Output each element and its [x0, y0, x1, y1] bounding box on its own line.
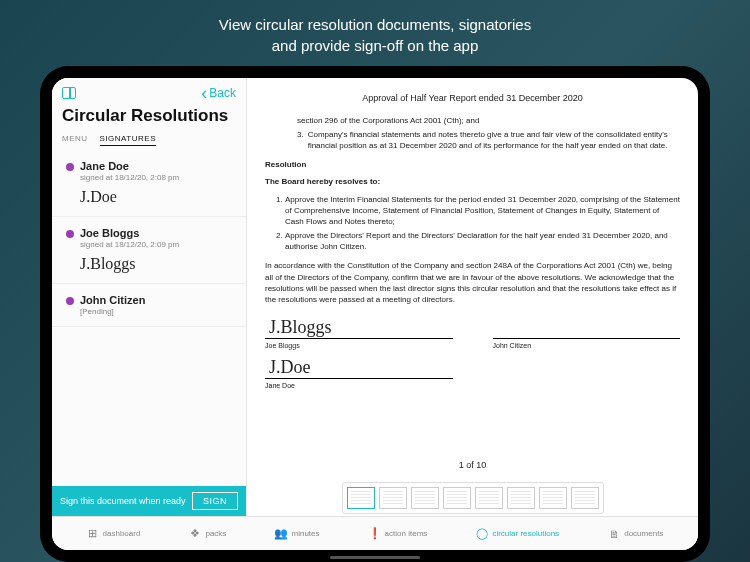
- status-dot-icon: [66, 163, 74, 171]
- nav-action-items[interactable]: ❗action items: [369, 528, 428, 540]
- nav-minutes[interactable]: 👥minutes: [275, 528, 319, 540]
- resolves-heading: The Board hereby resolves to:: [265, 177, 380, 186]
- resolution-heading: Resolution: [265, 160, 306, 169]
- status-dot-icon: [66, 297, 74, 305]
- signature-image: J.Bloggs: [80, 255, 232, 273]
- nav-circular-resolutions[interactable]: ◯circular resolutions: [476, 528, 559, 540]
- home-indicator[interactable]: [330, 556, 420, 559]
- nav-dashboard[interactable]: ⊞dashboard: [87, 528, 141, 540]
- action-items-icon: ❗: [369, 528, 381, 540]
- page-thumb[interactable]: [539, 487, 567, 509]
- page-thumb[interactable]: [443, 487, 471, 509]
- tab-signatures[interactable]: SIGNATURES: [100, 134, 156, 146]
- page-thumb[interactable]: [475, 487, 503, 509]
- signature-label: John Citizen: [493, 341, 681, 351]
- status-dot-icon: [66, 230, 74, 238]
- sign-bar: Sign this document when ready SIGN: [52, 486, 246, 516]
- page-thumb[interactable]: [571, 487, 599, 509]
- signatory-item[interactable]: John Citizen [Pending]: [52, 284, 246, 327]
- bottom-nav: ⊞dashboard ❖packs 👥minutes ❗action items…: [52, 516, 698, 550]
- back-button[interactable]: Back: [201, 86, 236, 100]
- signature-line: J.Doe: [265, 355, 453, 379]
- circular-icon: ◯: [476, 528, 488, 540]
- signature-label: Joe Bloggs: [265, 341, 453, 351]
- minutes-icon: 👥: [275, 528, 287, 540]
- doc-text: section 296 of the Corporations Act 2001…: [297, 115, 680, 126]
- sign-prompt: Sign this document when ready: [60, 496, 186, 506]
- tab-menu[interactable]: MENU: [62, 134, 88, 146]
- signatory-meta: signed at 18/12/20, 2:09 pm: [80, 240, 179, 249]
- dashboard-icon: ⊞: [87, 528, 99, 540]
- signatory-name: Jane Doe: [80, 160, 179, 172]
- promo-text: View circular resolution documents, sign…: [219, 0, 531, 66]
- documents-icon: 🗎: [608, 528, 620, 540]
- page-thumb[interactable]: [507, 487, 535, 509]
- signature-label: Jane Doe: [265, 381, 453, 391]
- page-thumb[interactable]: [411, 487, 439, 509]
- page-thumb[interactable]: [379, 487, 407, 509]
- nav-documents[interactable]: 🗎documents: [608, 528, 663, 540]
- signatory-name: John Citizen: [80, 294, 145, 306]
- doc-paragraph: In accordance with the Constitution of t…: [265, 260, 680, 305]
- sidebar: Back Circular Resolutions MENU SIGNATURE…: [52, 78, 247, 516]
- sign-button[interactable]: SIGN: [192, 492, 238, 510]
- page-thumbnails: [342, 482, 604, 514]
- signature-line: [493, 315, 681, 339]
- signatory-item[interactable]: Jane Doe signed at 18/12/20, 2:08 pm J.D…: [52, 150, 246, 217]
- page-thumb[interactable]: [347, 487, 375, 509]
- doc-title: Approval of Half Year Report ended 31 De…: [265, 92, 680, 105]
- doc-text: Company's financial statements and notes…: [308, 129, 680, 151]
- nav-packs[interactable]: ❖packs: [189, 528, 226, 540]
- signature-image: J.Doe: [80, 188, 232, 206]
- app-screen: Back Circular Resolutions MENU SIGNATURE…: [52, 78, 698, 550]
- signatory-item[interactable]: Joe Bloggs signed at 18/12/20, 2:09 pm J…: [52, 217, 246, 284]
- signatory-name: Joe Bloggs: [80, 227, 179, 239]
- resolution-item: Approve the Directors' Report and the Di…: [285, 230, 680, 252]
- resolution-item: Approve the Interim Financial Statements…: [285, 194, 680, 228]
- signatory-meta: signed at 18/12/20, 2:08 pm: [80, 173, 179, 182]
- page-indicator: 1 of 10: [451, 457, 495, 474]
- signature-line: J.Bloggs: [265, 315, 453, 339]
- packs-icon: ❖: [189, 528, 201, 540]
- book-icon[interactable]: [62, 87, 76, 99]
- tablet-frame: Back Circular Resolutions MENU SIGNATURE…: [40, 66, 710, 562]
- document-viewer[interactable]: Approval of Half Year Report ended 31 De…: [247, 78, 698, 516]
- page-title: Circular Resolutions: [62, 106, 236, 126]
- signatory-meta: [Pending]: [80, 307, 145, 316]
